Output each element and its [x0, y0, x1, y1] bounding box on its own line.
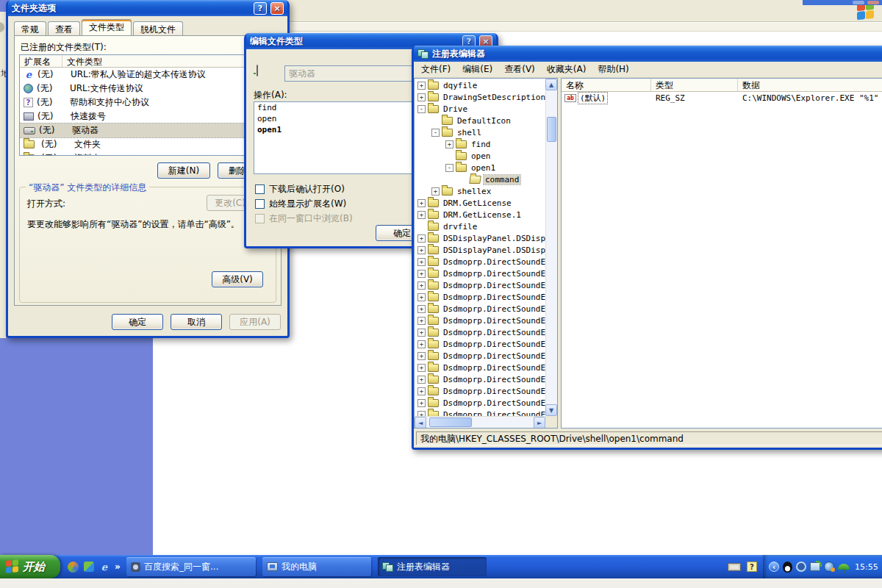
tree-node[interactable]: open — [415, 150, 545, 162]
chevron-right-icon[interactable]: » — [115, 562, 121, 572]
tree-node[interactable]: +Dsdmoprp.DirectSoundEff — [415, 409, 545, 416]
menu-查看(V)[interactable]: 查看(V) — [498, 62, 541, 77]
tree-node[interactable]: +Dsdmoprp.DirectSoundEff — [415, 303, 545, 315]
column-data[interactable]: 数据 — [738, 79, 882, 91]
expand-icon[interactable]: + — [417, 411, 426, 417]
file-type-row[interactable]: (无)资料夹 — [20, 151, 264, 155]
tree-node[interactable]: +Dsdmoprp.DirectSoundEff — [415, 385, 545, 397]
expand-icon[interactable]: + — [417, 340, 426, 348]
keyboard-icon[interactable] — [728, 563, 741, 571]
tree-node[interactable]: drvfile — [415, 220, 545, 232]
taskbar-button[interactable]: 我的电脑 — [262, 557, 371, 576]
value-row[interactable]: ab(默认)REG_SZC:\WINDOWS\Explorer.EXE "%1" — [562, 92, 882, 104]
expand-icon[interactable]: + — [417, 305, 426, 313]
expand-icon[interactable]: + — [417, 246, 426, 254]
horizontal-scroll-thumb[interactable] — [429, 417, 472, 427]
tree-node[interactable]: +DRM.GetLicense — [415, 197, 545, 209]
expand-icon[interactable]: + — [417, 211, 426, 219]
expand-icon[interactable]: + — [417, 199, 426, 207]
expand-icon[interactable]: + — [417, 376, 426, 384]
checkbox-row[interactable]: 下载后确认打开(O) — [255, 183, 345, 196]
ie-icon[interactable]: e — [99, 562, 110, 572]
tree-node[interactable]: +Dsdmoprp.DirectSoundEff — [415, 268, 545, 279]
tree-node[interactable]: +Dsdmoprp.DirectSoundEff — [415, 338, 545, 350]
tab-脱机文件[interactable]: 脱机文件 — [133, 21, 183, 35]
tree-node[interactable]: +Dsdmoprp.DirectSoundEff — [415, 315, 545, 326]
apply-button[interactable]: 应用(A) — [229, 314, 281, 330]
ok-button[interactable]: 确定 — [112, 314, 163, 330]
menu-收藏夹(A)[interactable]: 收藏夹(A) — [541, 62, 592, 77]
file-types-listview[interactable]: 扩展名 文件类型 e(无)URL:带私人验证的超文本传送协议(无)URL:文件传… — [19, 54, 276, 156]
scroll-left-icon[interactable]: ◄ — [415, 417, 426, 429]
taskbar-button[interactable]: 注册表编辑器 — [378, 557, 487, 576]
expand-icon[interactable]: + — [417, 352, 426, 360]
tree-node[interactable]: +Dsdmoprp.DirectSoundEff — [415, 350, 545, 362]
tree-node[interactable]: command — [415, 173, 545, 185]
checkbox-icon[interactable] — [255, 199, 265, 209]
globe-icon[interactable] — [824, 562, 834, 572]
tree-node[interactable]: -Drive — [415, 103, 545, 115]
expand-icon[interactable]: + — [417, 364, 426, 372]
expand-icon[interactable]: + — [417, 387, 426, 395]
tree-node[interactable]: +DRM.GetLicense.1 — [415, 209, 545, 220]
tree-node[interactable]: -shell — [415, 126, 545, 138]
checkbox-row[interactable]: 在同一窗口中浏览(B) — [255, 212, 353, 225]
tree-node[interactable]: +Dsdmoprp.DirectSoundEff — [415, 362, 545, 373]
start-button[interactable]: 开始 — [0, 555, 60, 578]
vertical-scroll-thumb[interactable] — [547, 117, 556, 142]
media-player-icon[interactable] — [68, 562, 79, 573]
tree-node[interactable]: +Dsdmoprp.DirectSoundEff — [415, 397, 545, 409]
expand-icon[interactable]: + — [417, 234, 426, 243]
close-button[interactable]: × — [270, 2, 284, 15]
network-icon[interactable] — [810, 562, 820, 571]
file-type-row[interactable]: e(无)URL:带私人验证的超文本传送协议 — [20, 68, 264, 82]
scroll-up-icon[interactable]: ▲ — [545, 79, 557, 90]
expand-icon[interactable]: + — [417, 258, 426, 266]
expand-icon[interactable]: + — [417, 282, 426, 290]
tree-node[interactable]: DefaultIcon — [415, 115, 545, 126]
tree-node[interactable]: +Dsdmoprp.DirectSoundEff — [415, 279, 545, 291]
file-type-row[interactable]: (无)快速拨号 — [20, 110, 264, 123]
column-name[interactable]: 名称 — [562, 79, 651, 91]
tree-node[interactable]: +DSDisplayPanel.DSDisplay — [415, 232, 545, 244]
collapse-icon[interactable]: - — [445, 164, 453, 172]
tree-horizontal-scrollbar[interactable]: ◄ ► — [415, 416, 545, 428]
menu-编辑(E)[interactable]: 编辑(E) — [456, 62, 498, 77]
expand-icon[interactable]: + — [417, 329, 426, 337]
scroll-down-icon[interactable]: ▼ — [545, 404, 557, 416]
tree-node[interactable]: +shellex — [415, 185, 545, 197]
help-tray-icon[interactable]: ? — [747, 562, 757, 572]
tab-文件类型[interactable]: 文件类型 — [82, 19, 132, 35]
qq-icon[interactable] — [783, 562, 792, 573]
tree-node[interactable]: -open1 — [415, 162, 545, 173]
expand-icon[interactable]: + — [417, 270, 426, 278]
help-button[interactable]: ? — [254, 2, 267, 15]
tree-node[interactable]: +Dsdmoprp.DirectSoundEff — [415, 373, 545, 385]
expand-icon[interactable]: + — [417, 317, 426, 325]
tree-node[interactable]: +find — [415, 138, 545, 150]
registry-editor-titlebar[interactable]: 注册表编辑器 — [414, 46, 882, 62]
expand-icon[interactable]: + — [431, 187, 440, 196]
checkbox-icon[interactable] — [255, 214, 265, 223]
tab-常规[interactable]: 常规 — [14, 21, 46, 35]
expand-icon[interactable]: + — [417, 93, 426, 101]
tree-vertical-scrollbar[interactable]: ▲ ▼ — [545, 79, 557, 416]
column-extension[interactable]: 扩展名 — [20, 55, 62, 67]
cancel-button[interactable]: 取消 — [171, 314, 222, 330]
tree-node[interactable]: +Dsdmoprp.DirectSoundEff — [415, 291, 545, 303]
checkbox-icon[interactable] — [255, 184, 265, 194]
advanced-button[interactable]: 高级(V) — [212, 271, 263, 287]
file-type-row[interactable]: (无)驱动器 — [20, 123, 264, 137]
menu-帮助(H)[interactable]: 帮助(H) — [592, 62, 634, 77]
baidu-tray-icon[interactable] — [796, 562, 806, 572]
tree-node[interactable]: +Dsdmoprp.DirectSoundEff — [415, 326, 545, 338]
taskbar-button[interactable]: 百度搜索_同一窗... — [126, 557, 256, 576]
checkbox-row[interactable]: 始终显示扩展名(W) — [255, 198, 346, 210]
umbrella-icon[interactable] — [838, 564, 850, 570]
tab-查看[interactable]: 查看 — [48, 21, 80, 35]
file-type-row[interactable]: ?(无)帮助和支持中心协议 — [20, 96, 264, 110]
collapse-icon[interactable]: - — [431, 129, 440, 137]
file-type-row[interactable]: (无)文件夹 — [20, 137, 264, 151]
collapse-icon[interactable]: - — [417, 105, 426, 113]
scroll-right-icon[interactable]: ► — [534, 417, 545, 429]
